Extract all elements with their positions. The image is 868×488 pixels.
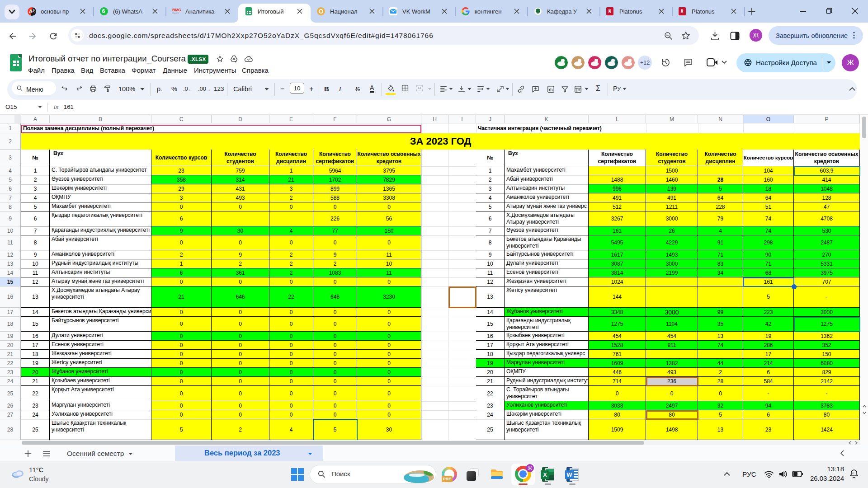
svg-text:z: z (852, 471, 854, 474)
